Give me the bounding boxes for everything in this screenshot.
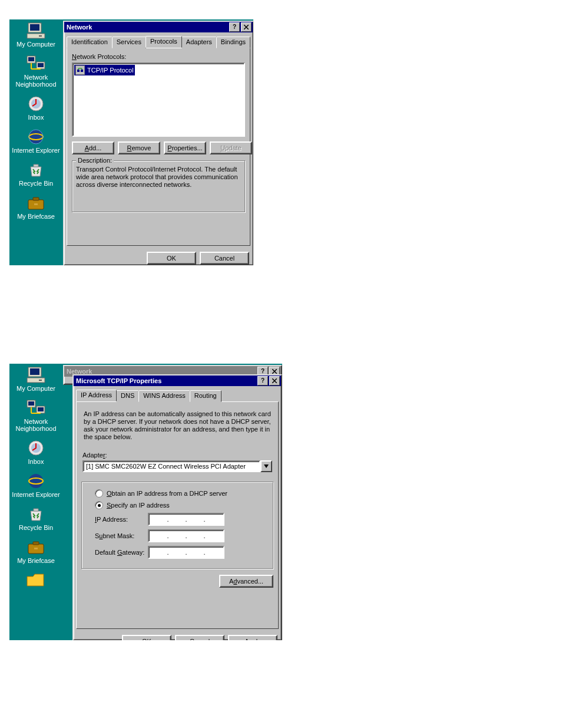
- default-gateway-input[interactable]: ...: [148, 546, 224, 559]
- svg-rect-27: [27, 378, 45, 383]
- desktop-icon-network[interactable]: Network Neighborhood: [12, 399, 60, 432]
- svg-rect-28: [39, 380, 42, 381]
- titlebar[interactable]: Microsoft TCP/IP Properties ?: [74, 375, 281, 386]
- ie-icon: [26, 472, 46, 490]
- protocols-listbox[interactable]: TCP/IP Protocol: [72, 62, 245, 137]
- network-icon: [26, 55, 46, 73]
- ipaddress-panel: An IP address can be automatically assig…: [76, 401, 279, 629]
- desktop-label: My Computer: [12, 385, 60, 392]
- radio-label: Specify an IP address: [107, 502, 170, 509]
- tab-identification[interactable]: Identification: [67, 37, 113, 48]
- radio-specify[interactable]: Specify an IP address: [95, 501, 269, 509]
- description-text: Transport Control Protocol/Internet Prot…: [76, 166, 241, 189]
- list-item-label: TCP/IP Protocol: [87, 67, 134, 74]
- svg-point-37: [29, 474, 43, 488]
- ie-icon: [26, 128, 46, 146]
- desktop-icon-inbox[interactable]: Inbox: [12, 95, 60, 121]
- svg-rect-1: [30, 24, 39, 31]
- desktop-icon-inbox[interactable]: Inbox: [12, 439, 60, 465]
- desktop-icon-folder[interactable]: [12, 571, 60, 589]
- svg-rect-21: [81, 70, 83, 72]
- desktop-icon-recycle[interactable]: Recycle Bin: [12, 505, 60, 531]
- titlebar[interactable]: Network ?: [64, 22, 253, 32]
- radio-dhcp[interactable]: Obtain an IP address from a DHCP server: [95, 489, 269, 498]
- desktop-icon-briefcase[interactable]: My Briefcase: [12, 194, 60, 220]
- desktop-icon-my-computer[interactable]: My Computer: [12, 22, 60, 48]
- desktop-icon-network[interactable]: Network Neighborhood: [12, 55, 60, 88]
- list-label: Network Protocols:: [72, 53, 245, 60]
- desktop-label: Internet Explorer: [12, 491, 60, 498]
- recycle-icon: [26, 505, 46, 523]
- desktop-label: Recycle Bin: [12, 524, 60, 531]
- list-item-tcpip[interactable]: TCP/IP Protocol: [74, 65, 135, 75]
- computer-icon: [26, 366, 46, 384]
- tab-strip: Identification Services Protocols Adapte…: [67, 36, 250, 48]
- ip-address-label: IP Address:: [95, 516, 148, 523]
- recycle-icon: [26, 161, 46, 179]
- dialog-buttons: OK Cancel: [64, 248, 253, 265]
- tcpip-properties-dialog: Microsoft TCP/IP Properties ? IP Address…: [72, 374, 282, 640]
- desktop-label: My Briefcase: [12, 557, 60, 564]
- combo-dropdown-button[interactable]: [260, 460, 272, 472]
- desktop-icon-my-computer[interactable]: My Computer: [12, 366, 60, 392]
- subnet-mask-input[interactable]: ...: [148, 529, 224, 542]
- adapter-label: Adapter:: [82, 452, 273, 459]
- tab-routing[interactable]: Routing: [190, 390, 222, 402]
- desktop-icon-recycle[interactable]: Recycle Bin: [12, 161, 60, 187]
- svg-rect-5: [28, 57, 34, 61]
- protocol-icon: [75, 65, 85, 75]
- desktop-icon-ie[interactable]: Internet Explorer: [12, 128, 60, 154]
- protocols-panel: Network Protocols: TCP/IP Protocol Add..…: [67, 48, 250, 246]
- tab-dns[interactable]: DNS: [116, 390, 139, 402]
- dialog-buttons: OK Cancel Apply: [74, 631, 281, 640]
- network-dialog: Network ? Identification Services Protoc…: [63, 21, 253, 265]
- svg-rect-16: [33, 197, 39, 200]
- svg-rect-30: [28, 401, 34, 406]
- svg-rect-26: [30, 368, 39, 375]
- advanced-button[interactable]: Advanced...: [219, 575, 273, 588]
- desktop-icons: My Computer Network Neighborhood Inbox I…: [12, 22, 60, 227]
- tab-protocols[interactable]: Protocols: [146, 36, 182, 48]
- desktop-icon-ie[interactable]: Internet Explorer: [12, 472, 60, 498]
- svg-rect-32: [38, 407, 44, 411]
- computer-icon: [26, 22, 46, 39]
- subnet-mask-label: Subnet Mask:: [95, 532, 148, 539]
- ok-button[interactable]: OK: [122, 635, 171, 640]
- remove-button[interactable]: Remove: [118, 141, 160, 154]
- ok-button[interactable]: OK: [147, 252, 196, 265]
- tab-ipaddress[interactable]: IP Address: [76, 390, 117, 401]
- properties-button[interactable]: Properties...: [164, 141, 206, 154]
- svg-rect-41: [34, 548, 38, 549]
- tab-bindings[interactable]: Bindings: [216, 37, 250, 48]
- help-button[interactable]: ?: [229, 22, 240, 32]
- apply-button[interactable]: Apply: [228, 635, 277, 640]
- help-button[interactable]: ?: [257, 376, 268, 386]
- briefcase-icon: [26, 538, 46, 556]
- desktop-label: Network Neighborhood: [12, 74, 60, 88]
- desktop-label: Recycle Bin: [12, 180, 60, 187]
- cancel-button[interactable]: Cancel: [200, 252, 249, 265]
- radio-icon: [95, 501, 103, 509]
- adapter-value: [1] SMC SMC2602W EZ Connect Wireless PCI…: [82, 460, 260, 472]
- desktop-label: Internet Explorer: [12, 147, 60, 154]
- ip-address-input[interactable]: ...: [148, 513, 224, 526]
- adapter-combo[interactable]: [1] SMC SMC2602W EZ Connect Wireless PCI…: [82, 460, 272, 472]
- tab-services[interactable]: Services: [112, 37, 146, 48]
- tab-wins[interactable]: WINS Address: [138, 390, 190, 402]
- add-button[interactable]: Add...: [72, 141, 114, 154]
- close-button[interactable]: [269, 376, 280, 386]
- group-title: Description:: [76, 157, 114, 164]
- intro-text: An IP address can be automatically assig…: [84, 410, 271, 441]
- network-icon: [26, 399, 46, 417]
- desktop-icons: My Computer Network Neighborhood Inbox I…: [12, 366, 60, 590]
- desktop-label: My Briefcase: [12, 213, 60, 220]
- title-text: Network: [65, 24, 228, 31]
- desktop-label: Network Neighborhood: [12, 418, 60, 432]
- cancel-button[interactable]: Cancel: [175, 635, 224, 640]
- close-button[interactable]: [241, 22, 252, 32]
- tab-strip: IP Address DNS WINS Address Routing: [76, 390, 279, 401]
- update-button: Update: [210, 141, 252, 154]
- folder-icon: [26, 571, 46, 589]
- desktop-icon-briefcase[interactable]: My Briefcase: [12, 538, 60, 564]
- tab-adapters[interactable]: Adapters: [181, 37, 217, 48]
